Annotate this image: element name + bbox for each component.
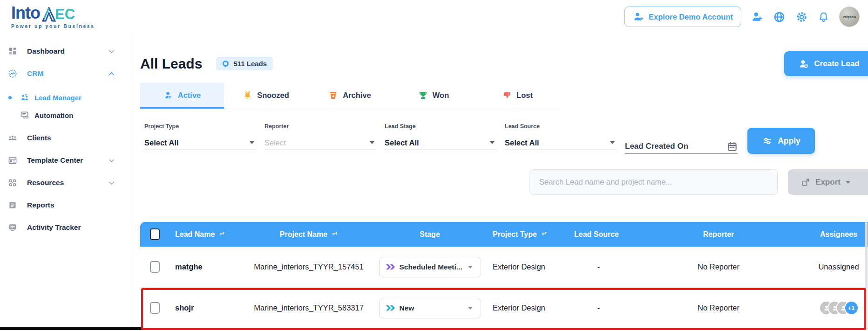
reports-icon bbox=[8, 200, 17, 210]
select-value: Select All bbox=[505, 138, 539, 147]
column-header-project-type[interactable]: Project Type bbox=[493, 230, 576, 239]
lead-created-on-datepicker[interactable]: Lead Created On bbox=[625, 139, 738, 154]
sidebar-item-activity-tracker[interactable]: Activity Tracker bbox=[0, 216, 131, 239]
project-type: Exterior Design bbox=[493, 262, 545, 271]
column-header-assignees: Assignees bbox=[816, 230, 868, 239]
project-name: Marine_interiors_TYYR_157451 bbox=[254, 262, 364, 271]
chevron-down-icon bbox=[108, 179, 115, 186]
stage-value: Scheduled Meeti... bbox=[400, 263, 464, 271]
assignee-avatars[interactable]: +1 bbox=[819, 301, 859, 315]
sidebar-item-dashboard[interactable]: Dashboard bbox=[0, 40, 131, 62]
tab-active[interactable]: Active bbox=[140, 83, 224, 109]
lead-name[interactable]: matghe bbox=[175, 262, 203, 271]
select-all-checkbox[interactable] bbox=[150, 228, 160, 240]
caret-down-icon bbox=[846, 181, 850, 184]
row-checkbox[interactable] bbox=[150, 261, 160, 273]
settings-button[interactable] bbox=[795, 11, 808, 23]
template-center-icon bbox=[8, 156, 17, 165]
lead-stage-select[interactable]: Select All bbox=[385, 136, 496, 150]
sidebar: Dashboard CRM bbox=[0, 34, 131, 331]
leads-table: Lead Name Project Name Stage bbox=[140, 222, 868, 329]
column-header-project-name[interactable]: Project Name bbox=[251, 230, 367, 239]
sort-icon bbox=[332, 231, 338, 237]
table-header-row: Lead Name Project Name Stage bbox=[140, 222, 868, 247]
app-logo[interactable]: Into EC Power up your Business bbox=[11, 5, 95, 29]
trophy-icon bbox=[418, 90, 428, 100]
snooze-bell-icon bbox=[243, 90, 252, 100]
explore-demo-account-button[interactable]: Explore Demo Account bbox=[624, 7, 741, 27]
filter-lead-source: Lead Source Select All bbox=[505, 123, 617, 150]
lead-name[interactable]: shojr bbox=[175, 303, 194, 312]
stage-dropdown[interactable]: Scheduled Meeti... bbox=[379, 257, 481, 277]
select-placeholder: Select bbox=[264, 138, 286, 147]
column-label: Lead Name bbox=[175, 230, 215, 239]
sidebar-item-label: CRM bbox=[27, 69, 43, 78]
sidebar-item-template-center[interactable]: Template Center bbox=[0, 149, 131, 172]
sidebar-item-reports[interactable]: Reports bbox=[0, 194, 131, 216]
lead-manager-icon bbox=[20, 93, 29, 102]
bell-icon bbox=[818, 11, 829, 23]
search-input[interactable] bbox=[529, 169, 778, 195]
page-title: All Leads bbox=[140, 56, 202, 72]
stage-chevrons-icon bbox=[386, 263, 395, 271]
apply-filters-button[interactable]: Apply bbox=[747, 128, 815, 154]
create-lead-button[interactable]: Create Lead bbox=[784, 51, 868, 76]
scrollbar[interactable] bbox=[865, 222, 868, 330]
chevron-down-icon bbox=[108, 157, 115, 164]
export-button[interactable]: Export bbox=[788, 169, 868, 195]
archive-bin-icon bbox=[328, 90, 338, 100]
assignees-overflow-badge[interactable]: +1 bbox=[844, 301, 859, 315]
notifications-button[interactable] bbox=[818, 11, 829, 23]
logo-aec-mark: EC bbox=[41, 7, 75, 21]
tab-lost[interactable]: Lost bbox=[475, 83, 559, 109]
logo-text-ec: EC bbox=[55, 7, 75, 21]
sidebar-item-crm[interactable]: CRM bbox=[0, 62, 131, 85]
export-label: Export bbox=[815, 178, 841, 187]
column-header-lead-source[interactable]: Lead Source bbox=[576, 230, 621, 239]
language-globe-button[interactable] bbox=[773, 11, 786, 23]
stage-dropdown[interactable]: New bbox=[379, 298, 481, 318]
project-type-select[interactable]: Select All bbox=[144, 136, 256, 150]
user-avatar[interactable]: Proposal bbox=[839, 7, 860, 27]
sort-icon bbox=[541, 231, 547, 237]
resources-icon bbox=[8, 178, 17, 187]
sidebar-item-label: Automation bbox=[34, 111, 73, 119]
caret-down-icon bbox=[468, 266, 473, 269]
sidebar-item-resources[interactable]: Resources bbox=[0, 172, 131, 194]
stage-chevrons-icon bbox=[386, 304, 395, 312]
activity-tracker-icon bbox=[8, 223, 17, 232]
sidebar-item-label: Resources bbox=[27, 179, 64, 187]
add-user-button[interactable] bbox=[751, 11, 763, 23]
tab-label: Active bbox=[178, 91, 201, 100]
dashboard-icon bbox=[8, 47, 17, 56]
table-toolbar: Export bbox=[140, 169, 868, 195]
column-header-lead-name[interactable]: Lead Name bbox=[169, 230, 251, 239]
select-value: Select All bbox=[144, 138, 179, 147]
reporter-select[interactable]: Select bbox=[264, 136, 376, 150]
row-checkbox[interactable] bbox=[150, 302, 160, 314]
sidebar-item-lead-manager[interactable]: Lead Manager bbox=[0, 89, 131, 106]
explore-demo-account-label: Explore Demo Account bbox=[649, 13, 733, 21]
table-row[interactable]: shojr Marine_interiors_TYYR_583317 New E… bbox=[140, 288, 868, 329]
sidebar-item-clients[interactable]: Clients bbox=[0, 127, 131, 149]
tab-snoozed[interactable]: Snoozed bbox=[224, 83, 308, 109]
tab-won[interactable]: Won bbox=[392, 83, 475, 109]
person-add-icon bbox=[751, 11, 763, 23]
tab-label: Lost bbox=[516, 91, 533, 100]
reporter: No Reporter bbox=[698, 303, 739, 312]
apply-label: Apply bbox=[778, 136, 800, 146]
column-label: Lead Source bbox=[574, 230, 619, 239]
clients-icon bbox=[8, 133, 17, 143]
person-swap-icon bbox=[633, 11, 644, 22]
sidebar-item-label: Clients bbox=[27, 134, 51, 142]
column-label: Reporter bbox=[703, 230, 734, 239]
automation-icon bbox=[20, 110, 29, 120]
table-row[interactable]: matghe Marine_interiors_TYYR_157451 Sche… bbox=[140, 247, 868, 288]
lead-source-select[interactable]: Select All bbox=[505, 136, 617, 150]
caret-down-icon bbox=[250, 141, 254, 144]
top-bar: Into EC Power up your Business Explore D… bbox=[0, 0, 868, 34]
circle-dot-icon bbox=[222, 60, 229, 67]
sidebar-item-automation[interactable]: Automation bbox=[0, 106, 131, 124]
tab-archive[interactable]: Archive bbox=[308, 83, 392, 109]
person-check-icon bbox=[163, 90, 173, 100]
